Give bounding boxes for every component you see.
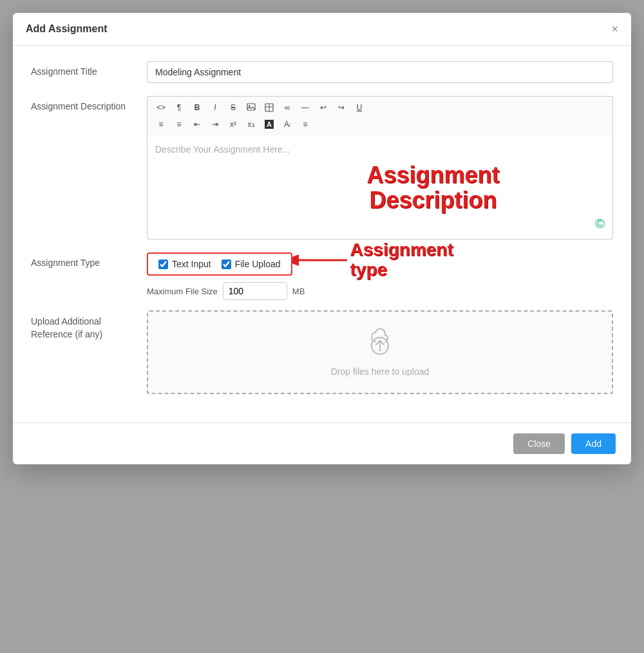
assignment-description-annotation: AssignmentDescription	[366, 162, 499, 213]
toolbar-superscript-btn[interactable]: x²	[225, 117, 242, 131]
file-upload-checkbox[interactable]	[222, 260, 231, 269]
type-field-wrap: Text Input File Upload	[147, 252, 613, 300]
toolbar-font-color-btn[interactable]: A	[261, 117, 278, 131]
toolbar-undo-btn[interactable]: ↩	[315, 100, 332, 115]
file-size-label: Maximum File Size	[147, 287, 218, 296]
title-row: Assignment Title	[31, 61, 613, 83]
toolbar-outdent-btn[interactable]: ⇤	[189, 117, 205, 131]
upload-text: Drop files here to upload	[331, 366, 430, 377]
upload-label: Upload AdditionalReference (if any)	[31, 310, 147, 341]
toolbar-link-btn[interactable]: ∞	[279, 100, 296, 115]
description-placeholder: Describe Your Assignment Here...	[155, 144, 290, 155]
toolbar-bold-btn[interactable]: B	[189, 100, 205, 115]
type-annotation-wrap: Assignmenttype	[292, 240, 460, 280]
text-input-option[interactable]: Text Input	[158, 259, 211, 269]
modal-footer: Close Add	[13, 422, 631, 464]
file-upload-option[interactable]: File Upload	[222, 259, 281, 269]
toolbar-indent-btn[interactable]: ⇥	[207, 117, 223, 131]
file-upload-label: File Upload	[235, 259, 281, 269]
svg-rect-0	[247, 104, 255, 110]
description-editor[interactable]: Describe Your Assignment Here... Assignm…	[147, 137, 613, 240]
toolbar-row-2: ≡ ≡ ⇤ ⇥ x² x₂ A Aᵢ ≡	[153, 117, 607, 131]
title-field-wrap	[147, 61, 613, 83]
toolbar-underline-btn[interactable]: U	[351, 100, 368, 115]
close-button[interactable]: Close	[513, 433, 565, 454]
modal-overlay: Add Assignment × Assignment Title Assign…	[0, 0, 644, 653]
modal-body: Assignment Title Assignment Description …	[13, 46, 631, 422]
toolbar-font-size-btn[interactable]: Aᵢ	[279, 117, 296, 131]
toolbar-align-btn[interactable]: ≡	[297, 117, 314, 131]
add-assignment-modal: Add Assignment × Assignment Title Assign…	[13, 13, 631, 464]
toolbar-code-btn[interactable]: <>	[153, 100, 169, 115]
toolbar-strikethrough-btn[interactable]: S	[225, 100, 242, 115]
text-input-label: Text Input	[172, 259, 211, 269]
editor-toolbar: <> ¶ B I S	[147, 96, 613, 137]
toolbar-redo-btn[interactable]: ↪	[333, 100, 350, 115]
toolbar-image-btn[interactable]	[243, 100, 260, 115]
assignment-title-input[interactable]	[147, 61, 613, 83]
toolbar-row-1: <> ¶ B I S	[153, 100, 607, 115]
upload-dropzone[interactable]: Drop files here to upload	[147, 310, 613, 394]
upload-row: Upload AdditionalReference (if any) Drop…	[31, 310, 613, 394]
add-button[interactable]: Add	[571, 433, 616, 454]
upload-field-wrap: Drop files here to upload	[147, 310, 613, 394]
description-field-wrap: <> ¶ B I S	[147, 96, 613, 240]
description-label: Assignment Description	[31, 96, 147, 111]
modal-header: Add Assignment ×	[13, 13, 631, 46]
file-size-row: Maximum File Size MB	[147, 282, 613, 300]
refresh-icon: ©	[595, 216, 605, 231]
svg-point-1	[249, 105, 250, 106]
type-label: Assignment Type	[31, 252, 147, 268]
assignment-type-options: Text Input File Upload	[147, 252, 292, 276]
text-input-checkbox[interactable]	[158, 260, 168, 269]
modal-title: Add Assignment	[26, 23, 108, 35]
upload-cloud-icon	[365, 328, 395, 361]
toolbar-ul-btn[interactable]: ≡	[153, 117, 169, 131]
close-icon-button[interactable]: ×	[611, 23, 618, 35]
annotation-arrow-icon	[292, 247, 350, 273]
annotation-description-text: AssignmentDescription	[366, 162, 499, 213]
type-row: Assignment Type Text Input File Upload	[31, 252, 613, 300]
description-row: Assignment Description <> ¶ B I S	[31, 96, 613, 240]
toolbar-italic-btn[interactable]: I	[207, 100, 223, 115]
file-size-input[interactable]	[223, 282, 287, 300]
mb-label: MB	[292, 287, 305, 296]
toolbar-table-btn[interactable]	[261, 100, 278, 115]
annotation-type-text: Assignmenttype	[350, 240, 453, 280]
toolbar-subscript-btn[interactable]: x₂	[243, 117, 260, 131]
toolbar-hr-btn[interactable]: —	[297, 100, 314, 115]
title-label: Assignment Title	[31, 61, 147, 77]
toolbar-ol-btn[interactable]: ≡	[171, 117, 187, 131]
toolbar-paragraph-btn[interactable]: ¶	[171, 100, 187, 115]
